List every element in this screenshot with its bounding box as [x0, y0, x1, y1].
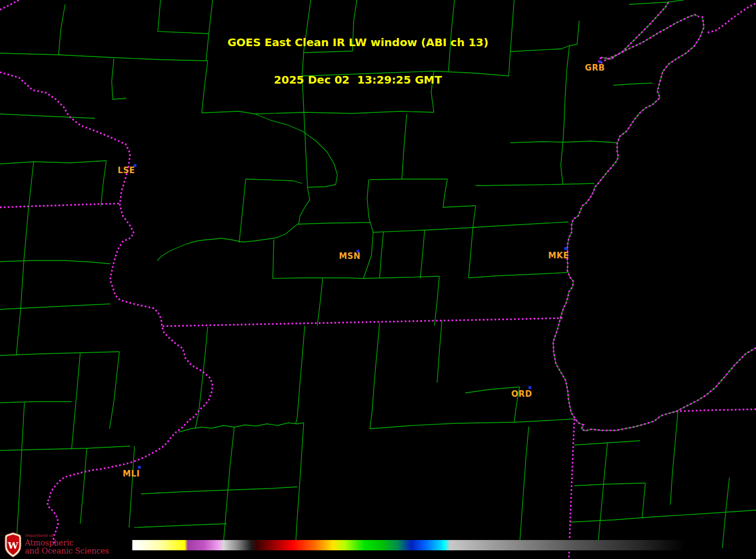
- county-boundary-line: [0, 304, 110, 309]
- county-boundary-line: [110, 352, 119, 429]
- county-boundary-line: [476, 183, 594, 186]
- county-boundary-line: [246, 179, 302, 183]
- county-boundary-line: [101, 161, 106, 206]
- image-title: GOES East Clean IR LW window (ABI ch 13)…: [0, 11, 716, 111]
- county-boundary-line: [296, 326, 305, 424]
- county-boundary-line: [24, 162, 34, 261]
- ir-temperature-color-scale: [132, 540, 685, 550]
- station-dot-MLI: [138, 466, 141, 469]
- county-boundary-line: [642, 483, 645, 518]
- station-dot-MKE: [565, 247, 567, 250]
- county-boundary-line: [273, 276, 439, 278]
- county-boundary-line: [670, 411, 678, 505]
- county-boundary-line: [202, 111, 255, 114]
- county-boundary-line: [420, 230, 425, 278]
- county-boundary-line: [370, 179, 447, 180]
- station-label-ORD: ORD: [511, 389, 532, 399]
- county-boundary-line: [255, 111, 434, 114]
- state-border-dotted-line: [0, 204, 120, 207]
- station-dot-ORD: [529, 386, 531, 389]
- county-boundary-line: [561, 142, 563, 185]
- logo-dept-label: Department of: [25, 533, 109, 538]
- county-boundary-line: [296, 423, 304, 545]
- county-boundary-line: [255, 114, 337, 187]
- county-boundary-line: [80, 448, 87, 524]
- county-boundary-line: [469, 227, 473, 278]
- county-boundary-line: [570, 510, 756, 522]
- county-boundary-line: [195, 327, 208, 429]
- county-boundary-line: [510, 141, 617, 143]
- county-boundary-line: [370, 422, 514, 429]
- state-border-dotted-line: [676, 348, 756, 411]
- county-boundary-line: [317, 278, 323, 326]
- logo-name-line-1: Atmospheric: [25, 539, 109, 547]
- county-boundary-line: [223, 427, 234, 543]
- uw-aos-logo: W Department of Atmospheric and Oceanic …: [4, 532, 109, 558]
- county-boundary-line: [239, 179, 246, 243]
- county-boundary-line: [443, 179, 476, 207]
- state-border-dotted-line: [676, 409, 756, 411]
- county-boundary-line: [514, 419, 573, 422]
- county-boundary-line: [437, 320, 442, 383]
- county-boundary-line: [0, 161, 106, 164]
- satellite-image-canvas: GOES East Clean IR LW window (ABI ch 13)…: [0, 0, 756, 559]
- county-boundary-line: [0, 114, 95, 118]
- county-boundary-line: [402, 114, 407, 179]
- county-boundary-line: [141, 487, 297, 494]
- state-border-dotted-line: [163, 318, 562, 326]
- county-boundary-line: [473, 222, 568, 227]
- county-boundary-line: [363, 180, 373, 278]
- county-boundary-line: [676, 348, 756, 411]
- county-boundary-line: [129, 446, 134, 528]
- county-boundary-line: [297, 223, 370, 224]
- county-boundary-line: [434, 276, 439, 326]
- county-boundary-line: [598, 443, 607, 548]
- station-label-MLI: MLI: [123, 469, 140, 479]
- state-border-dotted-line: [0, 0, 19, 10]
- station-label-GRB: GRB: [585, 63, 605, 73]
- county-boundary-line: [380, 232, 383, 278]
- county-boundary-line: [0, 261, 110, 264]
- county-boundary-line: [157, 187, 310, 261]
- county-boundary-line: [629, 0, 684, 4]
- station-label-MSN: MSN: [339, 251, 361, 261]
- station-label-MKE: MKE: [548, 251, 569, 261]
- county-boundary-line: [370, 323, 380, 429]
- county-boundary-line: [469, 272, 567, 278]
- uw-crest-icon: W: [4, 532, 22, 558]
- county-boundary-line: [0, 352, 119, 355]
- logo-text: Department of Atmospheric and Oceanic Sc…: [25, 532, 109, 555]
- county-boundary-line: [134, 524, 227, 528]
- state-border-dotted-line: [569, 419, 574, 559]
- county-boundary-line: [72, 353, 80, 449]
- logo-name-line-2: and Oceanic Sciences: [25, 547, 109, 555]
- county-boundary-line: [722, 478, 729, 548]
- uw-monogram: W: [7, 540, 18, 551]
- station-label-LSE: LSE: [118, 166, 135, 175]
- county-boundary-line: [0, 402, 72, 403]
- title-line-2: 2025 Dec 02 13:29:25 GMT: [0, 74, 716, 86]
- county-boundary-line: [16, 403, 24, 545]
- state-border-dotted-line: [0, 72, 213, 545]
- county-boundary-line: [574, 483, 645, 486]
- county-boundary-line: [520, 427, 529, 545]
- county-boundary-line: [473, 206, 476, 227]
- county-boundary-line: [179, 423, 304, 432]
- county-boundary-line: [273, 239, 274, 278]
- county-boundary-line: [0, 446, 130, 450]
- title-line-1: GOES East Clean IR LW window (ABI ch 13): [0, 36, 716, 49]
